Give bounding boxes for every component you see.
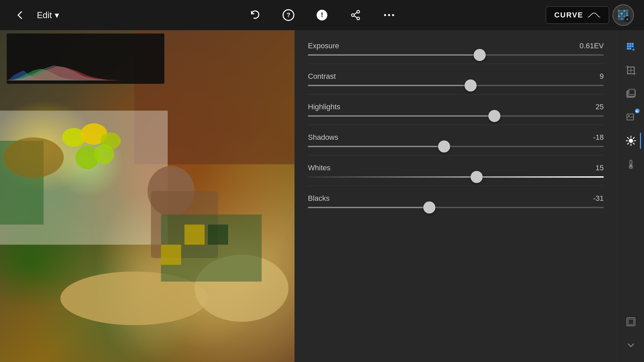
svg-point-69 — [629, 139, 633, 143]
scroll-down-button[interactable] — [621, 335, 641, 355]
contrast-row: Contrast 9 — [308, 67, 604, 91]
adjustments-panel: Exposure 0.61EV Contrast 9 — [294, 30, 617, 362]
whites-slider[interactable] — [308, 176, 604, 178]
highlights-row: Highlights 25 — [308, 98, 604, 121]
blacks-slider[interactable] — [308, 207, 604, 208]
svg-line-77 — [628, 143, 629, 144]
curve-button[interactable]: CURVE — [546, 6, 609, 24]
right-panel: Exposure 0.61EV Contrast 9 — [294, 30, 644, 362]
frames-button[interactable] — [621, 84, 641, 104]
exposure-value: 0.61EV — [580, 42, 604, 50]
highlights-value: 25 — [584, 103, 604, 111]
svg-rect-21 — [618, 15, 620, 17]
svg-point-10 — [388, 14, 390, 16]
alert-button[interactable]: ! — [312, 5, 332, 25]
svg-line-7 — [354, 12, 357, 14]
svg-line-8 — [354, 16, 357, 18]
shadows-value: -18 — [584, 133, 604, 142]
svg-rect-16 — [626, 10, 628, 12]
side-tool-panel: ★ — [617, 30, 644, 362]
highlights-slider[interactable] — [308, 115, 604, 117]
svg-rect-65 — [629, 89, 635, 95]
crop-button[interactable] — [621, 60, 641, 80]
svg-point-11 — [392, 14, 394, 16]
svg-point-5 — [352, 14, 354, 16]
blacks-row: Blacks -31 — [308, 189, 604, 213]
svg-line-74 — [628, 137, 629, 138]
edit-label: Edit — [37, 10, 52, 20]
exposure-slider[interactable] — [308, 54, 604, 56]
whites-value: 15 — [584, 164, 604, 172]
svg-text:★: ★ — [632, 47, 635, 52]
svg-text:✦: ✦ — [635, 109, 639, 114]
avatar-button[interactable]: ★ — [612, 4, 634, 26]
svg-point-81 — [630, 166, 632, 168]
svg-rect-22 — [621, 15, 623, 17]
shadows-row: Shadows -18 — [308, 128, 604, 152]
whites-label: Whites — [308, 164, 330, 172]
svg-rect-52 — [627, 45, 629, 47]
svg-text:★: ★ — [626, 17, 629, 21]
undo-button[interactable] — [245, 5, 265, 25]
edit-dropdown-icon: ▾ — [55, 10, 59, 20]
exposure-label: Exposure — [308, 42, 339, 50]
svg-rect-25 — [618, 18, 620, 20]
edit-dropdown[interactable]: Edit ▾ — [37, 10, 59, 20]
svg-rect-19 — [623, 12, 626, 15]
svg-point-6 — [357, 17, 360, 20]
svg-rect-53 — [629, 45, 631, 47]
contrast-slider[interactable] — [308, 85, 604, 86]
back-button[interactable] — [10, 5, 30, 25]
svg-point-67 — [628, 115, 630, 116]
svg-rect-20 — [626, 12, 628, 15]
histogram-overlay — [7, 34, 164, 84]
svg-rect-50 — [629, 43, 631, 45]
whites-row: Whites 15 — [308, 159, 604, 182]
main-content: Exposure 0.61EV Contrast 9 — [0, 30, 644, 362]
blacks-value: -31 — [584, 194, 604, 203]
highlights-label: Highlights — [308, 103, 340, 111]
contrast-value: 9 — [584, 72, 604, 81]
contrast-label: Contrast — [308, 72, 336, 81]
svg-rect-15 — [623, 10, 626, 12]
light-button[interactable] — [621, 131, 641, 151]
svg-rect-83 — [628, 319, 634, 324]
svg-rect-51 — [632, 43, 634, 45]
photo-canvas — [0, 30, 294, 362]
svg-rect-49 — [627, 43, 629, 45]
svg-rect-17 — [618, 12, 620, 15]
ai-wand-button[interactable]: ★ — [621, 37, 641, 57]
svg-rect-56 — [629, 48, 631, 50]
help-button[interactable]: ? — [278, 5, 299, 25]
svg-rect-13 — [618, 10, 620, 12]
more-button[interactable] — [379, 5, 399, 25]
temperature-button[interactable] — [621, 154, 641, 174]
svg-text:?: ? — [287, 12, 290, 18]
blacks-label: Blacks — [308, 194, 330, 203]
svg-point-4 — [357, 10, 360, 13]
curve-label: CURVE — [554, 11, 583, 19]
shadows-label: Shadows — [308, 133, 338, 142]
svg-rect-26 — [621, 18, 623, 20]
svg-line-76 — [633, 137, 634, 138]
svg-rect-55 — [627, 48, 629, 50]
svg-point-9 — [384, 14, 386, 16]
svg-line-75 — [633, 143, 634, 144]
top-bar: Edit ▾ ? ! — [0, 0, 644, 30]
svg-rect-18 — [621, 12, 623, 15]
svg-text:!: ! — [321, 11, 323, 18]
svg-rect-14 — [621, 10, 623, 12]
share-button[interactable] — [345, 5, 366, 25]
vignette-button[interactable] — [621, 312, 641, 332]
shadows-slider[interactable] — [308, 146, 604, 147]
image-area — [0, 30, 294, 362]
ai-enhance-button[interactable]: ✦ — [621, 107, 641, 127]
exposure-row: Exposure 0.61EV — [308, 37, 604, 60]
